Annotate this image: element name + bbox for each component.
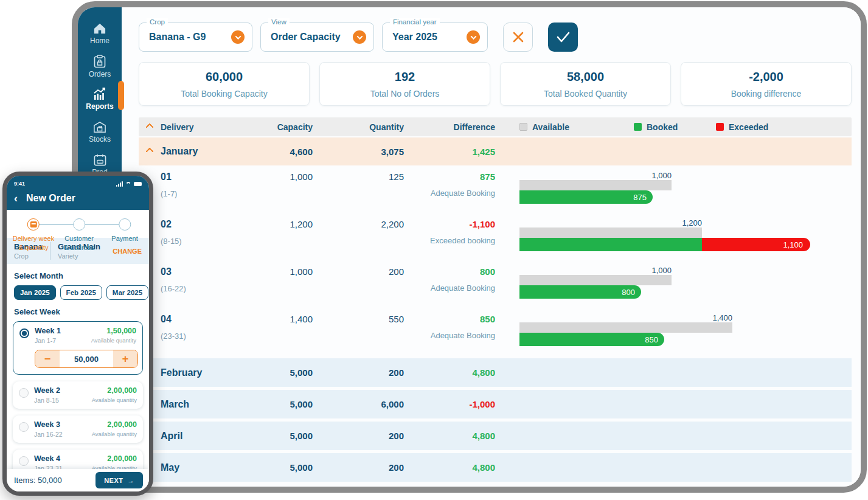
table-row-week-01[interactable]: 01(1-7) 1,000 125 875Adequate Booking 1,…: [139, 165, 852, 213]
capacity-bar-label: 1,400: [519, 314, 732, 322]
view-select[interactable]: View Order Capacity: [260, 23, 374, 52]
phone-footer: Items: 50,000 NEXT→: [7, 469, 149, 491]
card-value: 60,000: [206, 70, 243, 84]
financial-year-select[interactable]: Financial year Year 2025: [382, 23, 488, 52]
step-customer-address[interactable]: Customer& address: [64, 218, 94, 252]
sidebar-item-label: Home: [90, 36, 109, 45]
week-name: Week 2: [34, 386, 60, 395]
table-row-may[interactable]: May 5,000 200 4,800: [139, 453, 852, 482]
month-difference: 4,800: [404, 367, 495, 378]
booked-bar: 800: [519, 285, 641, 299]
card-value: -2,000: [749, 70, 783, 84]
sidebar-item-reports[interactable]: Reports: [78, 83, 122, 116]
week-quantity: 200: [313, 266, 404, 277]
available-bar: [519, 275, 672, 285]
sidebar-item-orders[interactable]: Orders: [78, 50, 122, 83]
back-chevron-icon[interactable]: ‹: [14, 193, 18, 204]
orders-icon: [94, 55, 106, 68]
month-quantity: 200: [313, 462, 404, 473]
tablet-app-window: Home Orders Reports Stocks Prod Crop Ban…: [72, 1, 867, 493]
card-label: Booking difference: [731, 89, 802, 99]
sidebar-item-stocks[interactable]: Stocks: [78, 116, 122, 148]
radio-selected[interactable]: [19, 328, 29, 338]
collapse-all-icon[interactable]: [145, 123, 154, 131]
month-quantity: 200: [313, 367, 404, 378]
week-name: Week 1: [35, 327, 61, 335]
week-difference: 800: [404, 266, 495, 277]
week-2-card[interactable]: Week 2Jan 8-15 2,00,000Available quantit…: [13, 381, 143, 409]
minus-button[interactable]: −: [35, 350, 60, 367]
reports-icon: [92, 88, 107, 100]
order-stepper: Delivery week& quantity Customer& addres…: [7, 210, 149, 222]
week-available-label: Available quantity: [92, 431, 137, 437]
week-1-card[interactable]: Week 1Jan 1-7 1,50,000Available quantity…: [13, 321, 143, 375]
chip-feb-2025[interactable]: Feb 2025: [60, 285, 102, 300]
radio-unselected[interactable]: [19, 388, 29, 398]
week-day: 01: [161, 172, 252, 182]
next-button[interactable]: NEXT→: [95, 472, 143, 488]
legend-available: Available: [519, 122, 634, 132]
sidebar-item-label: Reports: [86, 102, 113, 111]
radio-unselected[interactable]: [19, 456, 29, 466]
table-row-february[interactable]: February 5,000 200 4,800: [139, 358, 852, 387]
chevron-down-icon: [467, 30, 480, 44]
quantity-value[interactable]: 50,000: [60, 350, 113, 367]
chip-mar-2025[interactable]: Mar 2025: [106, 285, 148, 300]
quantity-stepper: − 50,000 +: [35, 350, 138, 368]
capacity-bar-label: 1,000: [519, 172, 672, 180]
financial-year-value: Year 2025: [392, 32, 437, 43]
week-dates: Jan 8-15: [34, 397, 60, 404]
table-row-january[interactable]: January 4,600 3,075 1,425: [139, 137, 852, 165]
week-available-label: Available quantity: [92, 397, 137, 403]
cancel-button[interactable]: [503, 23, 533, 52]
arrow-right-icon: →: [128, 477, 135, 484]
items-total: Items: 50,000: [14, 476, 62, 485]
week-3-card[interactable]: Week 3Jan 16-22 2,00,000Available quanti…: [13, 415, 143, 443]
variety-label: Variety: [58, 252, 100, 260]
home-icon: [93, 23, 106, 35]
view-select-label: View: [268, 18, 290, 26]
week-quantity: 2,200: [313, 219, 404, 229]
crop-select[interactable]: Crop Banana - G9: [139, 23, 252, 52]
month-difference: 1,425: [404, 147, 495, 157]
booked-swatch: [634, 123, 642, 131]
month-capacity: 4,600: [252, 147, 313, 157]
phone-header: 9:41 ‹ New Order: [7, 176, 149, 210]
legend-exceeded: Exceeded: [716, 122, 768, 132]
phone-page-title: New Order: [26, 193, 75, 204]
table-row-week-04[interactable]: 04(23-31) 1,400 550 850Adequate Booking …: [139, 308, 852, 355]
battery-icon: [134, 182, 142, 186]
plus-button[interactable]: +: [113, 350, 137, 367]
available-swatch: [519, 123, 527, 131]
week-dates: Jan 1-7: [35, 337, 61, 344]
step-delivery-week[interactable]: Delivery week& quantity: [13, 218, 54, 252]
table-row-week-02[interactable]: 02(8-15) 1,200 2,200 -1,100Exceeded book…: [139, 213, 852, 260]
week-capacity: 1,400: [252, 314, 313, 324]
collapse-month-icon[interactable]: [145, 147, 154, 156]
col-quantity: Quantity: [313, 122, 404, 132]
week-capacity: 1,000: [252, 172, 313, 182]
legend-booked: Booked: [634, 122, 716, 132]
step-payment[interactable]: Payment: [111, 218, 137, 252]
table-row-april[interactable]: April 5,000 200 4,800: [139, 422, 852, 450]
week-name: Week 4: [34, 454, 63, 463]
week-note: Adequate Booking: [404, 283, 495, 293]
week-available-qty: 2,00,000: [92, 386, 137, 395]
month-name: February: [161, 367, 252, 378]
week-range: (23-31): [161, 332, 252, 341]
select-month-title: Select Month: [14, 271, 142, 280]
stocks-icon: [93, 121, 106, 133]
month-capacity: 5,000: [252, 431, 313, 441]
view-select-value: Order Capacity: [271, 32, 341, 43]
sidebar-item-home[interactable]: Home: [78, 17, 122, 50]
signal-icon: [116, 181, 123, 187]
week-range: (1-7): [161, 189, 252, 198]
table-row-week-03[interactable]: 03(16-22) 1,000 200 800Adequate Booking …: [139, 260, 852, 308]
capacity-bar-label: 1,200: [519, 219, 702, 227]
chip-jan-2025[interactable]: Jan 2025: [14, 285, 56, 300]
radio-unselected[interactable]: [19, 422, 29, 432]
confirm-button[interactable]: [548, 23, 578, 52]
financial-year-label: Financial year: [390, 18, 440, 26]
week-name: Week 3: [34, 420, 63, 429]
table-row-march[interactable]: March 5,000 6,000 -1,000: [139, 390, 852, 418]
